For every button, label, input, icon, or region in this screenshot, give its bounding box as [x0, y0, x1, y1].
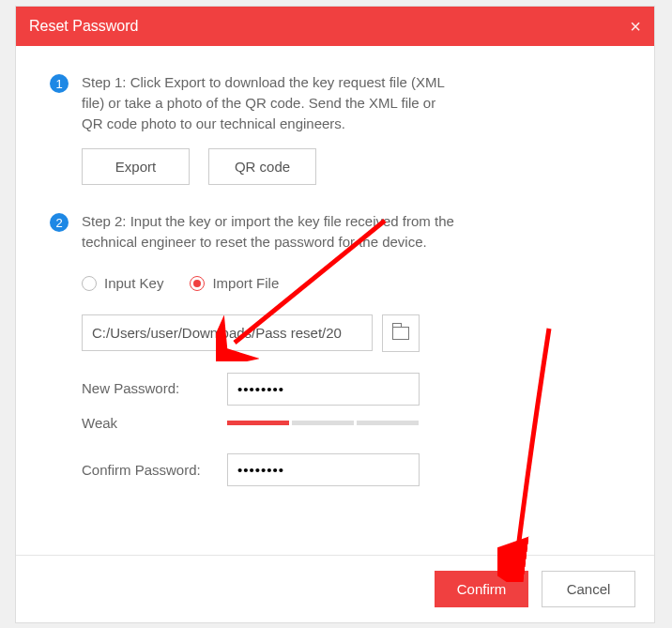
step-1-text: Step 1: Click Export to download the key…	[82, 72, 457, 133]
radio-input-key[interactable]: Input Key	[82, 273, 163, 294]
export-button[interactable]: Export	[82, 148, 190, 185]
new-password-row: New Password:	[82, 373, 620, 406]
step-2-body: Step 2: Input the key or import the key …	[82, 211, 620, 486]
step-1-buttons: Export QR code	[82, 148, 620, 185]
new-password-input[interactable]	[227, 373, 420, 406]
dialog-title: Reset Password	[29, 18, 139, 35]
file-path-input[interactable]	[82, 314, 373, 351]
radio-import-file[interactable]: Import File	[190, 273, 279, 294]
step-1-body: Step 1: Click Export to download the key…	[82, 72, 620, 185]
file-path-row	[82, 314, 620, 352]
radio-label: Input Key	[104, 273, 163, 294]
browse-button[interactable]	[382, 314, 420, 352]
cancel-button[interactable]: Cancel	[542, 571, 635, 607]
radio-group: Input Key Import File	[82, 273, 620, 294]
new-password-label: New Password:	[82, 378, 227, 399]
step-2: 2 Step 2: Input the key or import the ke…	[50, 211, 620, 486]
step-2-badge: 2	[50, 213, 69, 232]
radio-icon	[82, 276, 97, 291]
radio-icon	[190, 276, 205, 291]
step-1: 1 Step 1: Click Export to download the k…	[50, 72, 620, 185]
confirm-password-row: Confirm Password:	[82, 453, 620, 486]
strength-bar-1	[227, 421, 289, 425]
reset-password-dialog: Reset Password × 1 Step 1: Click Export …	[15, 6, 655, 623]
password-strength-row: Weak	[82, 413, 620, 434]
password-strength-meter	[227, 421, 419, 425]
confirm-password-input[interactable]	[227, 453, 420, 486]
close-icon[interactable]: ×	[630, 16, 641, 38]
step-1-badge: 1	[50, 74, 69, 93]
strength-bar-3	[357, 421, 419, 425]
password-strength-label: Weak	[82, 413, 227, 434]
folder-icon	[392, 327, 409, 340]
confirm-button[interactable]: Confirm	[435, 571, 528, 607]
dialog-content: 1 Step 1: Click Export to download the k…	[16, 46, 654, 555]
step-2-text: Step 2: Input the key or import the key …	[82, 211, 457, 253]
radio-label: Import File	[212, 273, 279, 294]
titlebar: Reset Password ×	[16, 7, 654, 46]
strength-bar-2	[292, 421, 354, 425]
qrcode-button[interactable]: QR code	[208, 148, 316, 185]
dialog-footer: Confirm Cancel	[16, 555, 654, 622]
confirm-password-label: Confirm Password:	[82, 460, 227, 481]
